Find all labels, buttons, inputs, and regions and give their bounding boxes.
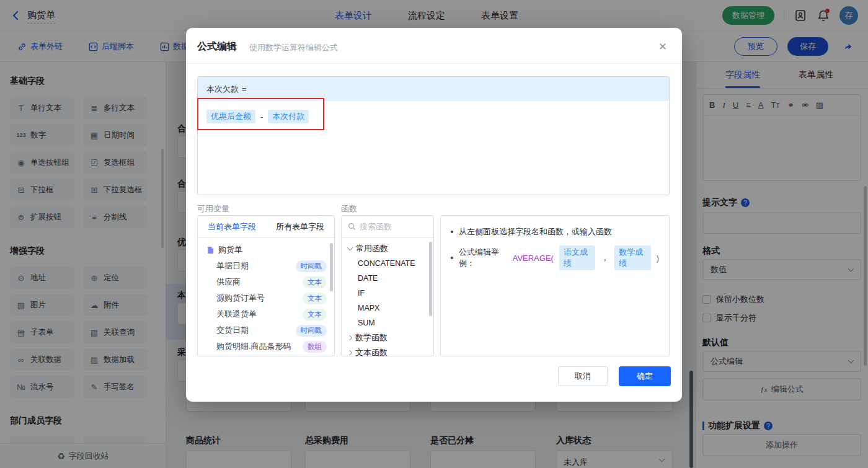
variable-item[interactable]: 单据日期时间戳 <box>198 258 334 274</box>
caret-down-icon <box>347 245 353 251</box>
search-icon <box>348 223 356 231</box>
functions-scrollbar[interactable] <box>429 242 432 316</box>
modal-header: 公式编辑 使用数学运算符编辑公式 ✕ <box>186 28 682 64</box>
tip-line-example: 公式编辑举例： AVERAGE( 语文成绩 ， 数学成绩 ) <box>451 245 659 270</box>
variables-tabs: 当前表单字段 所有表单字段 <box>198 216 334 238</box>
function-group[interactable]: 文本函数 <box>342 345 433 360</box>
type-badge: 文本 <box>303 293 327 304</box>
cancel-button[interactable]: 取消 <box>558 366 608 386</box>
function-group[interactable]: 常用函数 <box>342 241 433 256</box>
functions-panel: 常用函数 CONCATENATE DATE IF MAPX SUM 数学函数 文… <box>341 215 434 356</box>
tip-line: 从左侧面板选择字段名和函数，或输入函数 <box>451 226 659 237</box>
example-field-tag: 语文成绩 <box>559 245 595 270</box>
variable-item[interactable]: 源购货订单号文本 <box>198 290 334 306</box>
bullet-icon <box>451 257 453 259</box>
variables-label: 可用变量 <box>197 203 229 214</box>
tab-current-form-fields[interactable]: 当前表单字段 <box>198 216 266 237</box>
variables-panel: 当前表单字段 所有表单字段 购货单 单据日期时间戳 供应商文本 源购货订单号文本… <box>197 215 335 356</box>
type-badge: 时间戳 <box>296 325 327 337</box>
formula-expression[interactable]: 优惠后金额 - 本次付款 <box>198 101 669 132</box>
variable-item[interactable]: 供应商文本 <box>198 274 334 290</box>
modal-title: 公式编辑 <box>197 40 237 53</box>
formula-operator: - <box>260 112 263 121</box>
variables-root-node[interactable]: 购货单 <box>198 242 334 258</box>
close-icon[interactable]: ✕ <box>658 40 667 53</box>
example-function-name: AVERAGE( <box>513 254 554 263</box>
tips-panel: 从左侧面板选择字段名和函数，或输入函数 公式编辑举例： AVERAGE( 语文成… <box>440 215 670 356</box>
type-badge: 数组 <box>303 341 327 353</box>
formula-target-strip: 本次欠款 = <box>198 77 669 101</box>
variable-item[interactable]: 购货明细.商品条形码数组 <box>198 338 334 355</box>
bullet-icon <box>451 231 453 233</box>
functions-label: 函数 <box>341 203 357 214</box>
function-item[interactable]: SUM <box>342 316 433 330</box>
function-item[interactable]: CONCATENATE <box>342 256 433 271</box>
document-icon <box>206 246 215 254</box>
function-item[interactable]: IF <box>342 286 433 301</box>
type-badge: 文本 <box>303 309 327 320</box>
example-field-tag: 数学成绩 <box>614 245 650 270</box>
type-badge: 文本 <box>303 276 327 288</box>
caret-right-icon <box>347 350 352 355</box>
formula-edit-modal: 公式编辑 使用数学运算符编辑公式 ✕ 本次欠款 = 优惠后金额 - 本次付款 可… <box>186 28 682 402</box>
variables-scrollbar[interactable] <box>330 243 333 291</box>
formula-field-tag[interactable]: 本次付款 <box>268 110 309 123</box>
type-badge: 时间戳 <box>296 260 327 272</box>
tab-all-form-fields[interactable]: 所有表单字段 <box>266 216 334 237</box>
function-item[interactable]: DATE <box>342 271 433 286</box>
search-input[interactable] <box>360 222 422 231</box>
modal-subtitle: 使用数学运算符编辑公式 <box>249 42 338 53</box>
confirm-button[interactable]: 确定 <box>619 366 671 386</box>
equals-sign: = <box>242 84 247 94</box>
variable-item[interactable]: 关联退货单文本 <box>198 306 334 322</box>
formula-field-tag[interactable]: 优惠后金额 <box>206 110 255 123</box>
caret-right-icon <box>347 335 352 340</box>
formula-target: 本次欠款 <box>206 84 239 95</box>
variable-item[interactable]: 交货日期时间戳 <box>198 322 334 338</box>
example-function-close: ) <box>657 254 659 263</box>
formula-editor: 本次欠款 = 优惠后金额 - 本次付款 <box>197 76 670 195</box>
function-search <box>342 216 433 238</box>
function-group[interactable]: 数学函数 <box>342 330 433 345</box>
function-item[interactable]: MAPX <box>342 301 433 316</box>
